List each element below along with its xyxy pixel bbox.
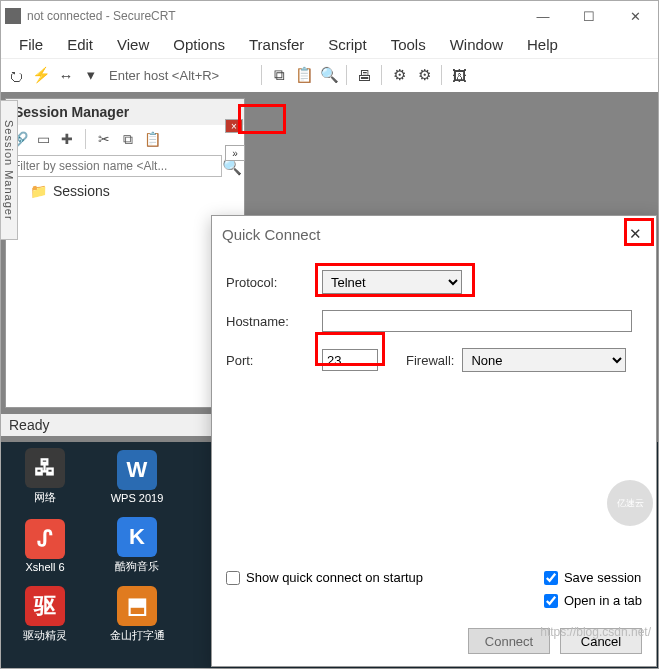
sm-close-button[interactable]: × — [225, 119, 243, 133]
open-in-tab-box[interactable] — [544, 594, 558, 608]
sessions-node[interactable]: Sessions — [53, 183, 110, 199]
session-manager-title: Session Manager — [6, 99, 244, 125]
menu-tools[interactable]: Tools — [379, 33, 438, 56]
menu-help[interactable]: Help — [515, 33, 570, 56]
driver-icon: 驱 — [25, 586, 65, 626]
sm-new-icon[interactable]: ✚ — [58, 130, 76, 148]
menu-file[interactable]: File — [7, 33, 55, 56]
app-icon — [5, 8, 21, 24]
print-icon[interactable]: 🖶 — [353, 64, 375, 86]
wps-icon: W — [117, 450, 157, 490]
reconnect-icon[interactable]: ⭮ — [5, 64, 27, 86]
connect-bar-icon[interactable]: ↔ — [55, 64, 77, 86]
typing-icon: ⬒ — [117, 586, 157, 626]
show-on-startup-label: Show quick connect on startup — [246, 570, 423, 585]
minimize-button[interactable]: — — [520, 1, 566, 31]
dialog-titlebar: Quick Connect ✕ — [212, 216, 656, 252]
sm-more-button[interactable]: » — [225, 145, 245, 161]
menu-window[interactable]: Window — [438, 33, 515, 56]
open-in-tab-checkbox[interactable]: Open in a tab — [544, 593, 642, 608]
desktop-label: 网络 — [34, 490, 56, 505]
toolbar: ⭮ ⚡ ↔ ▾ Enter host <Alt+R> ⧉ 📋 🔍 🖶 ⚙ ⚙ 🖼 — [1, 59, 658, 91]
session-manager-panel: Session Manager 🔗 ▭ ✚ ✂ ⧉ 📋 🔍 📁Sessions — [5, 98, 245, 408]
hostname-input[interactable] — [322, 310, 632, 332]
window-title: not connected - SecureCRT — [27, 9, 520, 23]
menu-transfer[interactable]: Transfer — [237, 33, 316, 56]
session-tree[interactable]: 📁Sessions — [6, 179, 244, 203]
desktop-item[interactable]: ⬒ 金山打字通 — [103, 586, 171, 643]
desktop-item[interactable]: 🖧 网络 — [11, 448, 79, 505]
quick-connect-dialog: Quick Connect ✕ Protocol: Telnet Hostnam… — [211, 215, 657, 667]
firewall-select[interactable]: None — [462, 348, 626, 372]
kugou-icon: K — [117, 517, 157, 557]
menubar: File Edit View Options Transfer Script T… — [1, 31, 658, 59]
options-icon[interactable]: ⚙ — [388, 64, 410, 86]
session-filter-input[interactable] — [8, 155, 222, 177]
port-label: Port: — [226, 353, 314, 368]
toolbar-separator — [261, 65, 262, 85]
show-on-startup-checkbox[interactable]: Show quick connect on startup — [226, 570, 423, 585]
menu-view[interactable]: View — [105, 33, 161, 56]
connect-button[interactable]: Connect — [468, 628, 550, 654]
sessionopts-icon[interactable]: ⚙ — [413, 64, 435, 86]
sm-tab-icon[interactable]: ▭ — [34, 130, 52, 148]
toolbar-separator — [441, 65, 442, 85]
toolbar-separator — [381, 65, 382, 85]
sm-cut-icon[interactable]: ✂ — [95, 130, 113, 148]
open-in-tab-label: Open in a tab — [564, 593, 642, 608]
menu-edit[interactable]: Edit — [55, 33, 105, 56]
find-icon[interactable]: 🔍 — [318, 64, 340, 86]
quickconnect-icon[interactable]: ⚡ — [30, 64, 52, 86]
paste-icon[interactable]: 📋 — [293, 64, 315, 86]
folder-icon: 📁 — [30, 183, 47, 199]
desktop-label: WPS 2019 — [111, 492, 164, 504]
session-manager-toolbar: 🔗 ▭ ✚ ✂ ⧉ 📋 — [6, 125, 244, 153]
window-close-button[interactable]: ✕ — [612, 1, 658, 31]
desktop-item[interactable]: K 酷狗音乐 — [103, 517, 171, 574]
save-session-checkbox[interactable]: Save session — [544, 570, 642, 585]
save-session-label: Save session — [564, 570, 641, 585]
menu-script[interactable]: Script — [316, 33, 378, 56]
toolbar-separator — [85, 129, 86, 149]
desktop-item[interactable]: ᔑ Xshell 6 — [11, 519, 79, 573]
dropdown-icon[interactable]: ▾ — [80, 64, 102, 86]
firewall-label: Firewall: — [406, 353, 454, 368]
desktop-label: Xshell 6 — [25, 561, 64, 573]
cancel-button[interactable]: Cancel — [560, 628, 642, 654]
sm-paste-icon[interactable]: 📋 — [143, 130, 161, 148]
desktop-label: 酷狗音乐 — [115, 559, 159, 574]
save-session-box[interactable] — [544, 571, 558, 585]
xshell-icon: ᔑ — [25, 519, 65, 559]
dialog-title: Quick Connect — [222, 226, 320, 243]
status-bar: Ready — [1, 414, 211, 436]
protocol-label: Protocol: — [226, 275, 314, 290]
menu-options[interactable]: Options — [161, 33, 237, 56]
session-manager-sidetab[interactable]: Session Manager — [0, 100, 18, 240]
desktop-item[interactable]: W WPS 2019 — [103, 450, 171, 504]
port-input[interactable] — [322, 349, 378, 371]
titlebar: not connected - SecureCRT — ☐ ✕ — [1, 1, 658, 31]
watermark-badge: 亿速云 — [607, 480, 653, 526]
toolbar-separator — [346, 65, 347, 85]
maximize-button[interactable]: ☐ — [566, 1, 612, 31]
desktop-label: 驱动精灵 — [23, 628, 67, 643]
hostname-label: Hostname: — [226, 314, 314, 329]
protocol-select[interactable]: Telnet — [322, 270, 462, 294]
sm-copy-icon[interactable]: ⧉ — [119, 130, 137, 148]
close-icon[interactable]: ✕ — [624, 223, 646, 245]
network-icon: 🖧 — [25, 448, 65, 488]
status-text: Ready — [9, 417, 49, 433]
sm-aux-buttons: × » — [225, 111, 247, 161]
show-on-startup-box[interactable] — [226, 571, 240, 585]
image-icon[interactable]: 🖼 — [448, 64, 470, 86]
session-filter-row: 🔍 — [6, 153, 244, 179]
host-input[interactable]: Enter host <Alt+R> — [105, 68, 255, 83]
copy-icon[interactable]: ⧉ — [268, 64, 290, 86]
desktop-item[interactable]: 驱 驱动精灵 — [11, 586, 79, 643]
desktop-label: 金山打字通 — [110, 628, 165, 643]
